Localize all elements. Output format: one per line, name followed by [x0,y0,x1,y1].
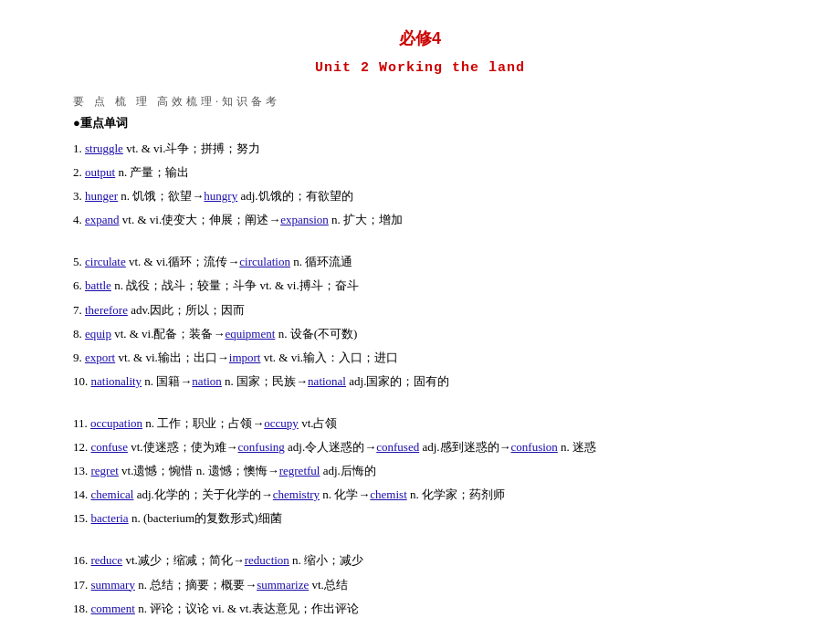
list-item: 5. circulate vt. & vi.循环；流传→circulation … [73,252,767,272]
list-item: 13. regret vt.遗憾；惋惜 n. 遗憾；懊悔→regretful a… [73,461,767,481]
item-def: n. 扩大；增加 [329,213,403,226]
item-def: vt.遗憾；惋惜 n. 遗憾；懊悔→ [119,464,279,477]
list-item: 14. chemical adj.化学的；关于化学的→chemistry n. … [73,485,767,505]
item-num: 11. [73,416,90,430]
vocab-word[interactable]: output [85,165,115,179]
vocab-word[interactable]: battle [85,278,111,292]
list-item: 6. battle n. 战役；战斗；较量；斗争 vt. & vi.搏斗；奋斗 [73,276,767,296]
list-item: 1. struggle vt. & vi.斗争；拼搏；努力 [73,139,767,159]
vocab-group-3: 11. occupation n. 工作；职业；占领→occupy vt.占领 … [73,414,767,529]
list-item: 17. summary n. 总结；摘要；概要→summarize vt.总结 [73,575,767,595]
vocab-list-1: 1. struggle vt. & vi.斗争；拼搏；努力 2. output … [73,139,767,230]
vocab-word[interactable]: export [85,351,115,364]
vocab-link[interactable]: summarize [257,578,309,592]
item-def: n. 化学家；药剂师 [407,487,505,501]
item-num: 12. [73,440,91,454]
list-item: 7. therefore adv.因此；所以；因而 [73,300,767,320]
item-def: n. 国籍→ [142,374,192,388]
vocab-word[interactable]: circulate [85,255,126,268]
vocab-link[interactable]: chemist [370,487,406,501]
item-def: n. 循环流通 [290,255,352,268]
vocab-word[interactable]: therefore [85,303,128,317]
item-def: adj.国家的；固有的 [346,374,449,388]
vocab-word[interactable]: comment [91,602,135,615]
section-title: ●重点单词 [73,115,767,131]
item-def: adj.感到迷惑的→ [419,440,510,454]
vocab-link[interactable]: reduction [245,553,289,567]
item-def: vt.占领 [299,416,338,430]
vocab-word[interactable]: occupation [90,416,142,430]
vocab-link[interactable]: expansion [280,213,329,226]
item-num: 3. [73,189,85,203]
vocab-link[interactable]: occupy [264,416,299,430]
vocab-link[interactable]: nation [192,374,222,388]
vocab-word[interactable]: summary [91,578,135,592]
vocab-link[interactable]: regretful [279,464,320,477]
item-num: 5. [73,255,85,268]
item-def: n. (bacterium的复数形式)细菌 [129,511,282,525]
item-def: n. 产量；输出 [115,165,189,179]
list-item: 10. nationality n. 国籍→nation n. 国家；民族→na… [73,372,767,392]
vocab-word[interactable]: bacteria [91,511,129,525]
item-def: vt.总结 [309,578,348,592]
vocab-link[interactable]: import [229,351,261,364]
item-def: n. 评论；议论 vi. & vt.表达意见；作出评论 [135,602,359,615]
item-def: n. 饥饿；欲望→ [118,189,204,203]
item-num: 2. [73,165,85,179]
item-def: adj.令人迷惑的→ [285,440,376,454]
list-item: 8. equip vt. & vi.配备；装备→equipment n. 设备(… [73,324,767,344]
item-def: vt. & vi.输出；出口→ [115,351,229,364]
vocab-link[interactable]: confusion [511,440,558,454]
item-def: vt. & vi.循环；流传→ [126,255,240,268]
item-def: adj.饥饿的；有欲望的 [237,189,352,203]
main-title: 必修4 [73,27,767,49]
vocab-word[interactable]: reduce [91,553,123,567]
list-item: 2. output n. 产量；输出 [73,162,767,183]
item-num: 15. [73,511,91,525]
vocab-link[interactable]: chemistry [273,487,320,501]
vocab-word[interactable]: nationality [91,374,142,388]
item-def: n. 缩小；减少 [289,553,363,567]
vocab-word[interactable]: confuse [91,440,128,454]
list-item: 9. export vt. & vi.输出；出口→import vt. & vi… [73,348,767,368]
item-def: adv.因此；所以；因而 [128,303,245,317]
item-num: 9. [73,351,85,364]
sub-title: Unit 2 Working the land [73,60,767,76]
item-def: vt.减少；缩减；简化→ [122,553,245,567]
vocab-link[interactable]: hungry [204,189,237,203]
vocab-link[interactable]: confused [376,440,419,454]
item-def: n. 工作；职业；占领→ [142,416,264,430]
vocab-link[interactable]: equipment [225,327,275,340]
item-def: vt. & vi.配备；装备→ [111,327,226,340]
item-def: n. 化学→ [320,487,370,501]
list-item: 18. comment n. 评论；议论 vi. & vt.表达意见；作出评论 [73,599,767,619]
list-item: 11. occupation n. 工作；职业；占领→occupy vt.占领 [73,414,767,434]
vocab-link[interactable]: circulation [239,255,290,268]
vocab-list-4: 16. reduce vt.减少；缩减；简化→reduction n. 缩小；减… [73,550,767,618]
vocab-word[interactable]: chemical [91,487,134,501]
item-num: 14. [73,487,91,501]
vocab-link[interactable]: national [308,374,346,388]
list-item: 16. reduce vt.减少；缩减；简化→reduction n. 缩小；减… [73,550,767,571]
item-def: adj.化学的；关于化学的→ [133,487,272,501]
item-num: 4. [73,213,85,226]
item-def: adj.后悔的 [320,464,375,477]
item-def: n. 总结；摘要；概要→ [135,578,257,592]
item-num: 17. [73,578,91,592]
vocab-word[interactable]: equip [85,327,111,340]
list-item: 4. expand vt. & vi.使变大；伸展；阐述→expansion n… [73,210,767,230]
vocab-list-2: 5. circulate vt. & vi.循环；流传→circulation … [73,252,767,392]
item-num: 10. [73,374,91,388]
vocab-word[interactable]: regret [91,464,119,477]
item-def: n. 国家；民族→ [222,374,308,388]
item-num: 16. [73,553,91,567]
vocab-group-1: 1. struggle vt. & vi.斗争；拼搏；努力 2. output … [73,139,767,230]
vocab-word[interactable]: struggle [85,141,123,155]
vocab-word[interactable]: hunger [85,189,118,203]
item-num: 6. [73,278,85,292]
vocab-link[interactable]: confusing [238,440,285,454]
vocab-word[interactable]: expand [85,213,120,226]
item-def: n. 迷惑 [558,440,596,454]
item-def: n. 战役；战斗；较量；斗争 vt. & vi.搏斗；奋斗 [111,278,359,292]
item-def: vt. & vi.使变大；伸展；阐述→ [120,213,281,226]
